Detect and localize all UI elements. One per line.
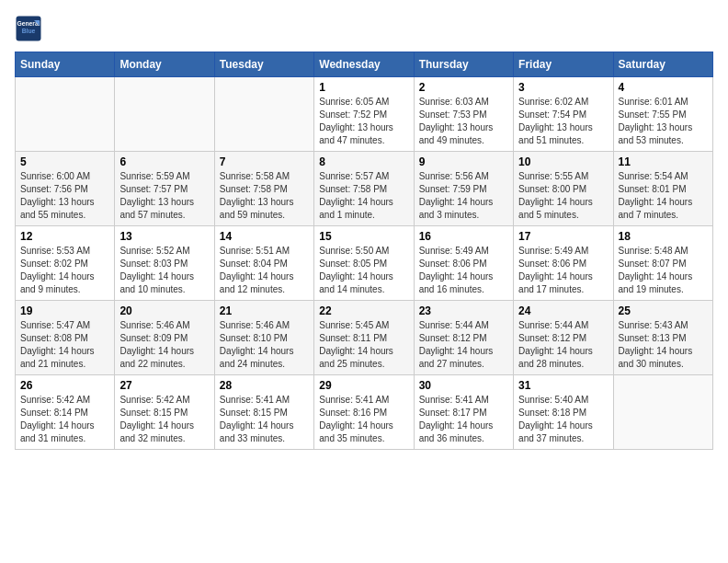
day-number: 24: [518, 304, 608, 317]
calendar-cell: 20Sunrise: 5:46 AMSunset: 8:09 PMDayligh…: [115, 301, 214, 375]
day-info: Sunrise: 5:55 AMSunset: 8:00 PMDaylight:…: [518, 170, 608, 222]
day-number: 25: [619, 304, 708, 317]
day-number: 1: [319, 81, 408, 94]
day-info: Sunrise: 5:41 AMSunset: 8:15 PMDaylight:…: [220, 394, 309, 445]
calendar-cell: 15Sunrise: 5:50 AMSunset: 8:05 PMDayligh…: [314, 226, 414, 301]
day-number: 12: [20, 230, 109, 243]
calendar-cell: 2Sunrise: 6:03 AMSunset: 7:53 PMDaylight…: [414, 77, 513, 152]
calendar-cell: 17Sunrise: 5:49 AMSunset: 8:06 PMDayligh…: [514, 226, 613, 301]
day-info: Sunrise: 5:46 AMSunset: 8:10 PMDaylight:…: [220, 319, 309, 371]
day-info: Sunrise: 5:49 AMSunset: 8:06 PMDaylight:…: [419, 245, 508, 296]
col-header-saturday: Saturday: [613, 52, 712, 77]
calendar-cell: 21Sunrise: 5:46 AMSunset: 8:10 PMDayligh…: [214, 301, 313, 375]
day-number: 21: [220, 304, 309, 317]
calendar-cell: 4Sunrise: 6:01 AMSunset: 7:55 PMDaylight…: [613, 77, 712, 152]
calendar-table: SundayMondayTuesdayWednesdayThursdayFrid…: [15, 52, 713, 450]
day-number: 17: [518, 230, 608, 243]
calendar-cell: 11Sunrise: 5:54 AMSunset: 8:01 PMDayligh…: [613, 152, 712, 226]
day-info: Sunrise: 5:43 AMSunset: 8:13 PMDaylight:…: [619, 319, 708, 371]
day-info: Sunrise: 6:02 AMSunset: 7:54 PMDaylight:…: [518, 96, 608, 147]
day-info: Sunrise: 5:41 AMSunset: 8:17 PMDaylight:…: [419, 394, 508, 445]
day-number: 28: [220, 379, 309, 392]
day-number: 14: [220, 230, 309, 243]
day-number: 20: [119, 304, 209, 317]
day-info: Sunrise: 6:03 AMSunset: 7:53 PMDaylight:…: [419, 96, 508, 147]
calendar-cell: [16, 77, 115, 152]
day-info: Sunrise: 5:57 AMSunset: 7:58 PMDaylight:…: [319, 170, 408, 222]
calendar-cell: 14Sunrise: 5:51 AMSunset: 8:04 PMDayligh…: [214, 226, 313, 301]
calendar-cell: 30Sunrise: 5:41 AMSunset: 8:17 PMDayligh…: [414, 375, 513, 450]
day-number: 19: [20, 304, 109, 317]
day-info: Sunrise: 5:45 AMSunset: 8:11 PMDaylight:…: [319, 319, 408, 371]
day-number: 22: [319, 304, 408, 317]
calendar-cell: 26Sunrise: 5:42 AMSunset: 8:14 PMDayligh…: [16, 375, 115, 450]
col-header-sunday: Sunday: [16, 52, 115, 77]
calendar-cell: 5Sunrise: 6:00 AMSunset: 7:56 PMDaylight…: [16, 152, 115, 226]
day-number: 30: [419, 379, 508, 392]
day-number: 23: [419, 304, 508, 317]
day-info: Sunrise: 5:42 AMSunset: 8:14 PMDaylight:…: [20, 394, 109, 445]
day-info: Sunrise: 6:01 AMSunset: 7:55 PMDaylight:…: [619, 96, 708, 147]
day-info: Sunrise: 5:49 AMSunset: 8:06 PMDaylight:…: [518, 245, 608, 296]
day-number: 7: [220, 155, 309, 168]
day-info: Sunrise: 5:50 AMSunset: 8:05 PMDaylight:…: [319, 245, 408, 296]
day-number: 11: [619, 155, 708, 168]
day-number: 26: [20, 379, 109, 392]
calendar-cell: 23Sunrise: 5:44 AMSunset: 8:12 PMDayligh…: [414, 301, 513, 375]
svg-text:Blue: Blue: [22, 28, 36, 34]
col-header-friday: Friday: [514, 52, 613, 77]
calendar-cell: 12Sunrise: 5:53 AMSunset: 8:02 PMDayligh…: [16, 226, 115, 301]
calendar-cell: [613, 375, 712, 450]
day-info: Sunrise: 5:58 AMSunset: 7:58 PMDaylight:…: [220, 170, 309, 222]
col-header-tuesday: Tuesday: [214, 52, 313, 77]
day-number: 9: [419, 155, 508, 168]
week-row-2: 5Sunrise: 6:00 AMSunset: 7:56 PMDaylight…: [16, 152, 713, 226]
day-number: 2: [419, 81, 508, 94]
day-number: 27: [119, 379, 209, 392]
col-header-thursday: Thursday: [414, 52, 513, 77]
col-header-wednesday: Wednesday: [314, 52, 414, 77]
calendar-cell: 1Sunrise: 6:05 AMSunset: 7:52 PMDaylight…: [314, 77, 414, 152]
logo-icon: General Blue: [15, 15, 42, 42]
day-number: 13: [119, 230, 209, 243]
calendar-cell: 29Sunrise: 5:41 AMSunset: 8:16 PMDayligh…: [314, 375, 414, 450]
day-number: 16: [419, 230, 508, 243]
day-info: Sunrise: 5:44 AMSunset: 8:12 PMDaylight:…: [518, 319, 608, 371]
day-info: Sunrise: 5:40 AMSunset: 8:18 PMDaylight:…: [518, 394, 608, 445]
calendar-cell: 16Sunrise: 5:49 AMSunset: 8:06 PMDayligh…: [414, 226, 513, 301]
logo: General Blue: [15, 15, 46, 42]
day-info: Sunrise: 5:51 AMSunset: 8:04 PMDaylight:…: [220, 245, 309, 296]
week-row-5: 26Sunrise: 5:42 AMSunset: 8:14 PMDayligh…: [16, 375, 713, 450]
day-number: 18: [619, 230, 708, 243]
calendar-cell: 13Sunrise: 5:52 AMSunset: 8:03 PMDayligh…: [115, 226, 214, 301]
day-number: 10: [518, 155, 608, 168]
day-info: Sunrise: 5:59 AMSunset: 7:57 PMDaylight:…: [119, 170, 209, 222]
week-row-3: 12Sunrise: 5:53 AMSunset: 8:02 PMDayligh…: [16, 226, 713, 301]
day-info: Sunrise: 5:52 AMSunset: 8:03 PMDaylight:…: [119, 245, 209, 296]
col-header-monday: Monday: [115, 52, 214, 77]
day-info: Sunrise: 5:54 AMSunset: 8:01 PMDaylight:…: [619, 170, 708, 222]
day-number: 15: [319, 230, 408, 243]
calendar-cell: [214, 77, 313, 152]
calendar-cell: 31Sunrise: 5:40 AMSunset: 8:18 PMDayligh…: [514, 375, 613, 450]
day-number: 5: [20, 155, 109, 168]
calendar-cell: 28Sunrise: 5:41 AMSunset: 8:15 PMDayligh…: [214, 375, 313, 450]
page-header: General Blue: [15, 15, 713, 42]
day-info: Sunrise: 5:46 AMSunset: 8:09 PMDaylight:…: [119, 319, 209, 371]
day-number: 4: [619, 81, 708, 94]
calendar-cell: 19Sunrise: 5:47 AMSunset: 8:08 PMDayligh…: [16, 301, 115, 375]
day-number: 3: [518, 81, 608, 94]
day-info: Sunrise: 5:56 AMSunset: 7:59 PMDaylight:…: [419, 170, 508, 222]
day-info: Sunrise: 6:00 AMSunset: 7:56 PMDaylight:…: [20, 170, 109, 222]
day-info: Sunrise: 5:41 AMSunset: 8:16 PMDaylight:…: [319, 394, 408, 445]
calendar-cell: 25Sunrise: 5:43 AMSunset: 8:13 PMDayligh…: [613, 301, 712, 375]
day-info: Sunrise: 6:05 AMSunset: 7:52 PMDaylight:…: [319, 96, 408, 147]
day-number: 31: [518, 379, 608, 392]
calendar-header-row: SundayMondayTuesdayWednesdayThursdayFrid…: [16, 52, 713, 77]
week-row-1: 1Sunrise: 6:05 AMSunset: 7:52 PMDaylight…: [16, 77, 713, 152]
day-info: Sunrise: 5:44 AMSunset: 8:12 PMDaylight:…: [419, 319, 508, 371]
calendar-cell: 22Sunrise: 5:45 AMSunset: 8:11 PMDayligh…: [314, 301, 414, 375]
week-row-4: 19Sunrise: 5:47 AMSunset: 8:08 PMDayligh…: [16, 301, 713, 375]
calendar-cell: 9Sunrise: 5:56 AMSunset: 7:59 PMDaylight…: [414, 152, 513, 226]
calendar-cell: [115, 77, 214, 152]
